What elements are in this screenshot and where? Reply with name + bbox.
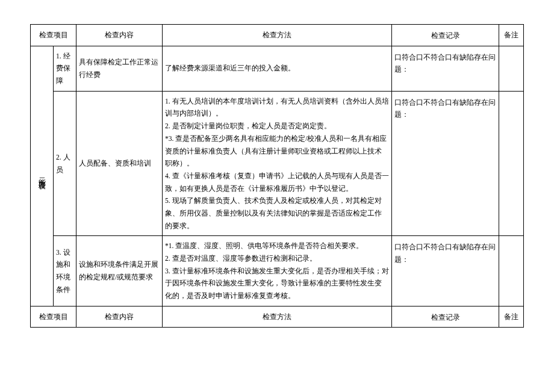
row-record: 口符合口不符合口有缺陷存在问题： bbox=[391, 91, 499, 236]
header-method: 检查方法 bbox=[163, 25, 392, 46]
footer-content: 检查内容 bbox=[76, 306, 163, 328]
row-record: 口符合口不符合口有缺陷存在问题： bbox=[391, 236, 499, 306]
footer-note: 备注 bbox=[499, 306, 524, 328]
footer-record: 检查记录 bbox=[391, 306, 499, 328]
footer-method: 检查方法 bbox=[163, 306, 392, 328]
header-note: 备注 bbox=[499, 25, 524, 46]
header-record: 检查记录 bbox=[391, 25, 499, 46]
row-method: 了解经费来源渠道和近三年的投入金额。 bbox=[163, 46, 392, 91]
row-item: 2. 人员 bbox=[54, 91, 76, 236]
row-note bbox=[499, 46, 524, 91]
row-content: 具有保障检定工作正常运行经费 bbox=[76, 46, 163, 91]
header-item: 检查项目 bbox=[31, 25, 76, 46]
row-note bbox=[499, 91, 524, 236]
table-row: 3. 设施和环境条件 设施和环境条件满足开展的检定规程/或规范要求 *1. 查温… bbox=[31, 236, 524, 306]
row-content: 人员配备、资质和培训 bbox=[76, 91, 163, 236]
row-record: 口符合口不符合口有缺陷存在问题： bbox=[391, 46, 499, 91]
row-method: *1. 查温度、湿度、照明、供电等环境条件是否符合相关要求。2. 查是否对温度、… bbox=[163, 236, 392, 306]
row-content: 设施和环境条件满足开展的检定规程/或规范要求 bbox=[76, 236, 163, 306]
section-label: 二能力建设 bbox=[31, 46, 54, 306]
row-note bbox=[499, 236, 524, 306]
row-item: 3. 设施和环境条件 bbox=[54, 236, 76, 306]
table-row: 二能力建设 1. 经费保障 具有保障检定工作正常运行经费 了解经费来源渠道和近三… bbox=[31, 46, 524, 91]
inspection-table: 检查项目 检查内容 检查方法 检查记录 备注 二能力建设 1. 经费保障 具有保… bbox=[30, 24, 524, 328]
table-row: 2. 人员 人员配备、资质和培训 1. 有无人员培训的本年度培训计划，有无人员培… bbox=[31, 91, 524, 236]
section-label-text: 二能力建设 bbox=[36, 172, 48, 178]
row-method: 1. 有无人员培训的本年度培训计划，有无人员培训资料（含外出人员培训与内部培训）… bbox=[163, 91, 392, 236]
row-item: 1. 经费保障 bbox=[54, 46, 76, 91]
footer-row: 检查项目 检查内容 检查方法 检查记录 备注 bbox=[31, 306, 524, 328]
footer-item: 检查项目 bbox=[31, 306, 76, 328]
header-row: 检查项目 检查内容 检查方法 检查记录 备注 bbox=[31, 25, 524, 46]
header-content: 检查内容 bbox=[76, 25, 163, 46]
